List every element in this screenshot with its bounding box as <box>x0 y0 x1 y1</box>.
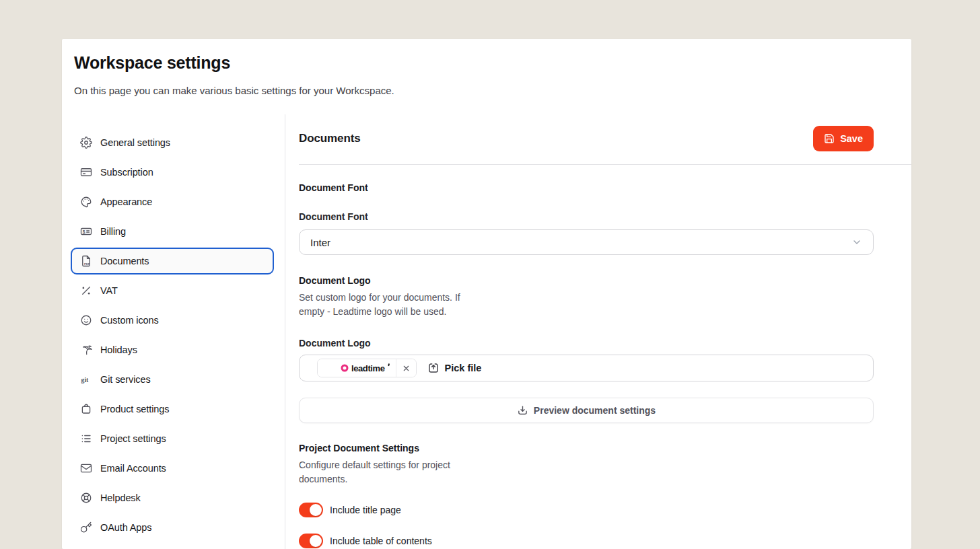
sidebar-item-billing[interactable]: $ Billing <box>71 218 274 245</box>
sidebar-item-appearance[interactable]: Appearance <box>71 188 274 215</box>
card-header: Workspace settings On this page you can … <box>62 39 911 98</box>
credit-card-icon <box>80 166 92 178</box>
documents-form: Document Font Document Font Inter Docume… <box>299 182 911 548</box>
include-table-of-contents-toggle[interactable] <box>299 534 323 548</box>
chevron-down-icon <box>851 237 862 248</box>
svg-text:git: git <box>81 376 90 383</box>
palm-tree-icon <box>80 344 92 356</box>
product-box-icon <box>80 403 92 415</box>
life-buoy-icon <box>80 492 92 504</box>
sidebar-item-label: Billing <box>100 226 126 237</box>
toggle-knob <box>310 535 322 547</box>
sidebar-item-subscription[interactable]: Subscription <box>71 159 274 186</box>
sidebar-item-label: Project settings <box>100 433 166 444</box>
mail-icon <box>80 462 92 474</box>
sidebar-item-vat[interactable]: VAT <box>71 277 274 304</box>
sidebar-item-documents[interactable]: PDF Documents <box>71 248 274 274</box>
include-title-page-row: Include title page <box>299 503 874 517</box>
settings-nav: General settings Subscription Appearance… <box>62 114 285 549</box>
preview-document-settings-button[interactable]: Preview document settings <box>299 398 874 423</box>
document-font-label: Document Font <box>299 211 874 222</box>
sidebar-item-label: General settings <box>100 137 170 148</box>
toggle-knob <box>310 504 322 516</box>
documents-settings-panel: Documents Save Document Font Document Fo… <box>285 114 911 549</box>
include-table-of-contents-row: Include table of contents <box>299 534 874 548</box>
leadtime-wordmark: leadtime <box>351 363 385 373</box>
sidebar-item-custom-icons[interactable]: Custom icons <box>71 307 274 334</box>
file-upload-icon <box>427 362 440 374</box>
sidebar-item-label: Holidays <box>100 344 137 355</box>
save-button[interactable]: Save <box>813 126 874 151</box>
git-icon: git <box>80 373 92 386</box>
svg-text:$: $ <box>83 229 85 235</box>
sidebar-item-helpdesk[interactable]: Helpdesk <box>71 484 274 511</box>
download-icon <box>517 405 528 416</box>
svg-text:PDF: PDF <box>84 262 90 266</box>
workspace-settings-card: Workspace settings On this page you can … <box>62 39 911 549</box>
sidebar-item-label: Email Accounts <box>100 463 166 474</box>
palette-icon <box>80 196 92 208</box>
sidebar-item-label: Subscription <box>100 167 153 178</box>
smiley-icon <box>80 314 92 326</box>
key-icon <box>80 521 92 534</box>
sidebar-item-label: Product settings <box>100 404 169 414</box>
percent-icon <box>80 285 92 297</box>
save-button-label: Save <box>840 133 863 144</box>
include-title-page-toggle[interactable] <box>299 503 323 517</box>
sidebar-item-oauth-apps[interactable]: OAuth Apps <box>71 514 274 541</box>
include-title-page-label: Include title page <box>330 505 401 515</box>
preview-button-label: Preview document settings <box>534 405 656 416</box>
sidebar-item-label: Helpdesk <box>100 492 141 503</box>
sidebar-item-label: OAuth Apps <box>100 522 151 533</box>
sidebar-item-email-accounts[interactable]: Email Accounts <box>71 455 274 482</box>
panel-title: Documents <box>299 132 361 145</box>
logo-file-chip: leadtime <box>317 359 417 377</box>
sidebar-item-label: Custom icons <box>100 315 159 326</box>
pick-file-label: Pick file <box>445 363 482 373</box>
document-font-value: Inter <box>310 237 330 248</box>
sidebar-item-product-settings[interactable]: Product settings <box>71 396 274 423</box>
settings-layout: General settings Subscription Appearance… <box>62 114 911 549</box>
sidebar-item-general-settings[interactable]: General settings <box>71 129 274 156</box>
panel-header: Documents Save <box>299 114 911 165</box>
document-logo-description: Set custom logo for your documents. If e… <box>299 291 482 319</box>
sidebar-item-label: VAT <box>100 285 118 296</box>
document-logo-label: Document Logo <box>299 338 874 349</box>
sidebar-item-label: Appearance <box>100 196 152 207</box>
include-table-of-contents-label: Include table of contents <box>330 536 432 546</box>
document-logo-heading: Document Logo <box>299 275 874 286</box>
sidebar-item-holidays[interactable]: Holidays <box>71 336 274 363</box>
remove-logo-button[interactable] <box>396 359 416 377</box>
pick-file-button[interactable]: Pick file <box>427 362 482 374</box>
document-font-heading: Document Font <box>299 182 874 193</box>
sidebar-item-label: Documents <box>100 256 149 266</box>
page-subtitle: On this page you can make various basic … <box>74 83 899 98</box>
floppy-disk-icon <box>824 133 835 144</box>
list-icon <box>80 433 92 445</box>
leadtime-tick-icon <box>388 363 390 368</box>
sidebar-item-label: Git services <box>100 374 151 385</box>
leadtime-logo: leadtime <box>318 359 396 377</box>
gear-icon <box>80 137 92 149</box>
document-logo-input[interactable]: leadtime <box>299 355 874 381</box>
close-icon <box>402 364 411 373</box>
sidebar-item-project-settings[interactable]: Project settings <box>71 425 274 452</box>
leadtime-ring-icon <box>341 364 349 372</box>
sidebar-item-git-services[interactable]: git Git services <box>71 366 274 393</box>
document-font-select[interactable]: Inter <box>299 229 874 255</box>
pdf-file-icon: PDF <box>80 255 92 267</box>
page-title: Workspace settings <box>74 52 899 73</box>
project-document-settings-heading: Project Document Settings <box>299 443 874 453</box>
banknote-icon: $ <box>80 225 92 237</box>
project-document-settings-description: Configure default settings for project d… <box>299 458 482 486</box>
